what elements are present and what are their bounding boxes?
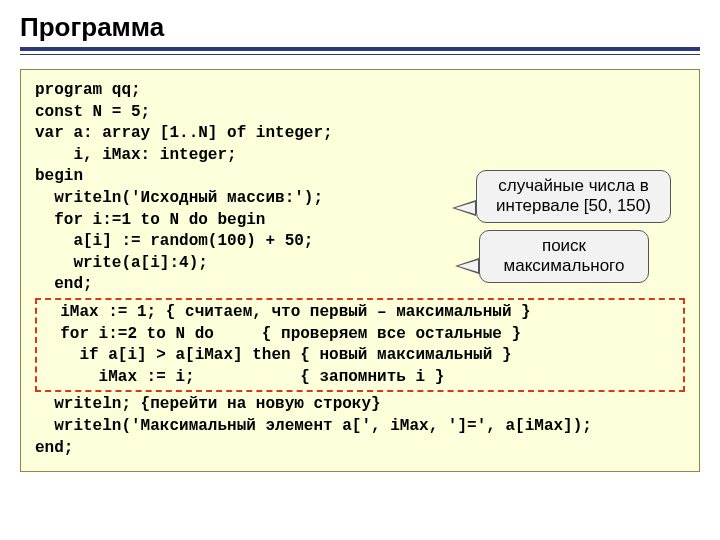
code-line: iMax := 1; { считаем, что первый – макси…: [41, 302, 679, 324]
code-line: for i:=2 to N do { проверяем все остальн…: [41, 324, 679, 346]
code-line: program qq;: [35, 80, 685, 102]
callout-pointer: [455, 258, 479, 274]
callout-text: максимального: [490, 256, 638, 276]
code-line: iMax := i; { запомнить i }: [41, 367, 679, 389]
callout-max-search: поиск максимального: [479, 230, 649, 283]
highlight-box-max-search: iMax := 1; { считаем, что первый – макси…: [35, 298, 685, 392]
code-line: i, iMax: integer;: [35, 145, 685, 167]
page-title: Программа: [20, 12, 700, 43]
code-line: writeln('Максимальный элемент a[', iMax,…: [35, 416, 685, 438]
callout-text: поиск: [490, 236, 638, 256]
code-listing: program qq; const N = 5; var a: array [1…: [20, 69, 700, 472]
code-line: end;: [35, 438, 685, 460]
callout-random-range: случайные числа в интервале [50, 150): [476, 170, 671, 223]
callout-text: случайные числа в: [487, 176, 660, 196]
callout-pointer: [452, 200, 476, 216]
callout-text: интервале [50, 150): [487, 196, 660, 216]
code-line: if a[i] > a[iMax] then { новый максималь…: [41, 345, 679, 367]
code-line: var a: array [1..N] of integer;: [35, 123, 685, 145]
code-line: writeln; {перейти на новую строку}: [35, 394, 685, 416]
title-underline: [20, 47, 700, 55]
code-line: const N = 5;: [35, 102, 685, 124]
